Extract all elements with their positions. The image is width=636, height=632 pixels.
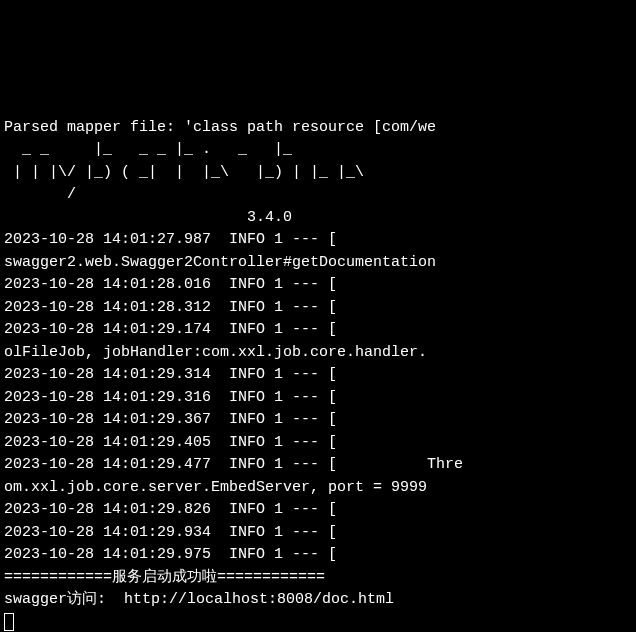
log-entry: 2023-10-28 14:01:29.826 INFO 1 --- [	[4, 501, 337, 518]
log-entry: 2023-10-28 14:01:29.367 INFO 1 --- [	[4, 411, 337, 428]
parsed-mapper-line: Parsed mapper file: 'class path resource…	[4, 119, 436, 136]
log-entry: 2023-10-28 14:01:29.174 INFO 1 --- [	[4, 321, 337, 338]
ascii-art-line: | | |\/ |_) ( _| | |_\ |_) | |_ |_\	[4, 164, 364, 181]
ascii-art-line: _ _ |_ _ _ |_ . _ |_	[4, 141, 292, 158]
log-entry: 2023-10-28 14:01:28.312 INFO 1 --- [	[4, 299, 337, 316]
terminal-cursor	[4, 613, 14, 631]
log-entry: 2023-10-28 14:01:29.316 INFO 1 --- [	[4, 389, 337, 406]
log-entry: 2023-10-28 14:01:29.934 INFO 1 --- [	[4, 524, 337, 541]
log-entry: 2023-10-28 14:01:29.975 INFO 1 --- [	[4, 546, 337, 563]
ascii-art-line: 3.4.0	[4, 209, 292, 226]
log-entry: 2023-10-28 14:01:28.016 INFO 1 --- [	[4, 276, 337, 293]
log-entry: 2023-10-28 14:01:29.314 INFO 1 --- [	[4, 366, 337, 383]
log-entry: om.xxl.job.core.server.EmbedServer, port…	[4, 479, 427, 496]
log-entry: 2023-10-28 14:01:29.405 INFO 1 --- [	[4, 434, 337, 451]
log-entry: olFileJob, jobHandler:com.xxl.job.core.h…	[4, 344, 427, 361]
log-entry: swagger2.web.Swagger2Controller#getDocum…	[4, 254, 436, 271]
success-message: ============服务启动成功啦============	[4, 569, 325, 586]
swagger-url-line: swagger访问: http://localhost:8008/doc.htm…	[4, 591, 394, 608]
log-entry: 2023-10-28 14:01:29.477 INFO 1 --- [ Thr…	[4, 456, 463, 473]
log-entry: 2023-10-28 14:01:27.987 INFO 1 --- [	[4, 231, 337, 248]
ascii-art-line: /	[4, 186, 76, 203]
terminal-output: Parsed mapper file: 'class path resource…	[4, 94, 632, 632]
